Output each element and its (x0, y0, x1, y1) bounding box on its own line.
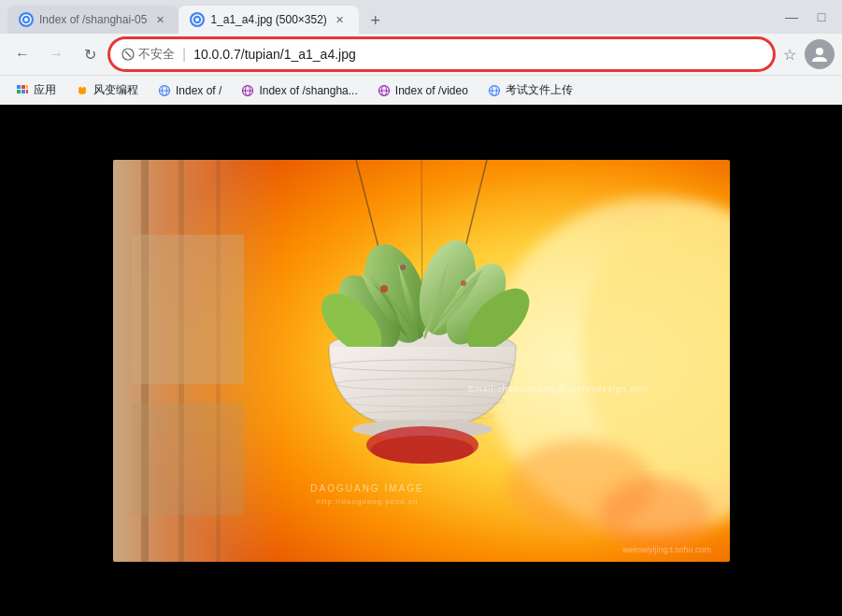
minimize-button[interactable]: — (778, 4, 805, 30)
title-bar: Index of /shanghai-05 ✕ 1_a1_a4.jpg (500… (0, 0, 842, 34)
svg-rect-11 (21, 90, 25, 93)
bookmark-apps-label: 应用 (34, 82, 56, 98)
insecure-icon (121, 48, 135, 61)
tab-2[interactable]: 1_a1_a4.jpg (500×352) ✕ (178, 6, 358, 34)
video-globe-icon (377, 83, 392, 98)
svg-point-52 (400, 265, 406, 270)
fengbian-icon (75, 83, 90, 98)
bookmark-star-button[interactable]: ☆ (778, 43, 801, 65)
forward-button[interactable]: → (41, 39, 71, 69)
svg-rect-10 (17, 90, 21, 93)
svg-point-39 (599, 478, 711, 552)
page-content: Email:chanwanqing@sunloydesign.com DAOGU… (0, 105, 842, 616)
svg-point-3 (195, 18, 199, 21)
svg-point-6 (816, 48, 823, 55)
tab-2-title: 1_a1_a4.jpg (500×352) (210, 13, 326, 26)
svg-point-14 (78, 87, 82, 91)
bookmark-upload-label: 考试文件上传 (506, 82, 573, 98)
svg-point-51 (461, 280, 466, 286)
address-text[interactable]: 10.0.0.7/tupian/1_a1_a4.jpg (193, 47, 762, 62)
tabs-area: Index of /shanghai-05 ✕ 1_a1_a4.jpg (500… (7, 0, 778, 34)
security-badge: 不安全 (121, 46, 175, 63)
bookmark-fengbian-label: 风变编程 (93, 82, 138, 98)
bookmarks-bar: 应用 风变编程 Index of / (0, 75, 842, 105)
plant-image: Email:chanwanqing@sunloydesign.com DAOGU… (113, 160, 730, 562)
browser-chrome: Index of /shanghai-05 ✕ 1_a1_a4.jpg (500… (0, 0, 842, 105)
svg-line-5 (125, 51, 131, 57)
plant-svg: Email:chanwanqing@sunloydesign.com DAOGU… (113, 160, 730, 562)
tab-1[interactable]: Index of /shanghai-05 ✕ (7, 6, 178, 34)
svg-rect-34 (132, 235, 244, 384)
shanghai-globe-icon (240, 83, 255, 98)
apps-grid-icon (15, 83, 30, 98)
svg-rect-8 (21, 85, 25, 89)
svg-rect-9 (26, 85, 28, 89)
bookmark-video[interactable]: Index of /video (369, 79, 476, 102)
reload-button[interactable]: ↻ (75, 39, 105, 69)
svg-text:DAOGUANG IMAGE: DAOGUANG IMAGE (310, 483, 423, 494)
svg-point-15 (82, 87, 86, 91)
nav-bar: ← → ↻ 不安全 | 10.0.0.7/tupian/1_a1_a4.jpg … (0, 34, 842, 75)
bookmark-shanghai-label: Index of /shangha... (259, 84, 357, 97)
tab-1-close[interactable]: ✕ (152, 12, 167, 27)
tab-2-favicon (190, 12, 205, 27)
bookmark-apps[interactable]: 应用 (7, 79, 64, 102)
svg-point-59 (371, 436, 474, 464)
profile-icon (810, 45, 829, 64)
tab-1-favicon (19, 12, 34, 27)
svg-text:weimeiyijing.t.sohu.com: weimeiyijing.t.sohu.com (621, 545, 710, 554)
bookmark-index-label: Index of / (176, 84, 221, 97)
security-label: 不安全 (138, 46, 175, 63)
maximize-button[interactable]: □ (808, 4, 835, 30)
svg-point-50 (380, 285, 388, 293)
svg-rect-12 (26, 90, 28, 93)
bookmark-fengbian[interactable]: 风变编程 (67, 79, 146, 102)
bookmark-shanghai[interactable]: Index of /shangha... (233, 79, 364, 102)
bookmark-index[interactable]: Index of / (150, 79, 229, 102)
new-tab-button[interactable]: + (363, 7, 389, 34)
svg-point-1 (24, 18, 28, 21)
upload-globe-icon (487, 83, 502, 98)
bookmark-upload[interactable]: 考试文件上传 (479, 79, 580, 102)
svg-rect-7 (17, 85, 21, 89)
svg-text:http://daoguang.poco.cn: http://daoguang.poco.cn (316, 497, 418, 506)
index-globe-icon (157, 83, 172, 98)
tab-2-close[interactable]: ✕ (333, 12, 348, 27)
bookmark-video-label: Index of /video (395, 84, 468, 97)
profile-button[interactable] (805, 39, 835, 69)
back-button[interactable]: ← (7, 39, 37, 69)
svg-rect-35 (132, 403, 244, 515)
address-divider: | (182, 46, 186, 63)
svg-text:Email:chanwanqing@sunloydesign: Email:chanwanqing@sunloydesign.com (468, 384, 649, 394)
address-bar[interactable]: 不安全 | 10.0.0.7/tupian/1_a1_a4.jpg (108, 37, 775, 71)
tab-1-title: Index of /shanghai-05 (39, 13, 147, 26)
window-controls: — □ (778, 4, 835, 30)
